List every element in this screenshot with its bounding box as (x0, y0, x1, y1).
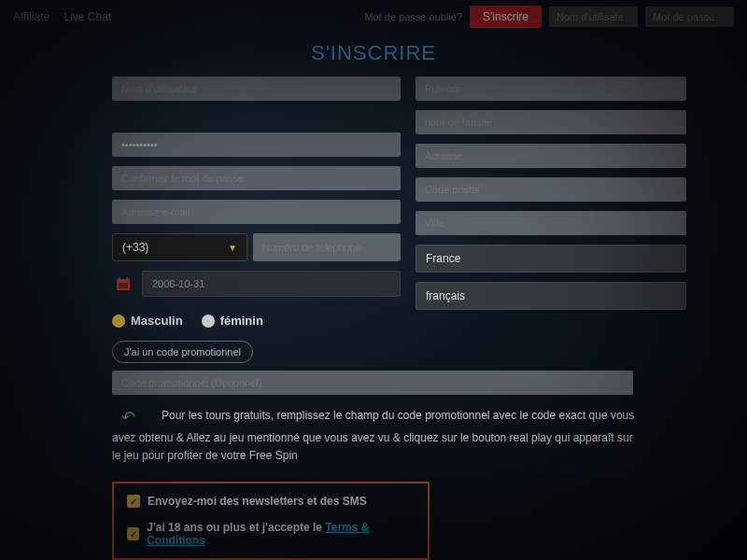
address-field[interactable] (416, 144, 686, 168)
language-select[interactable]: français (416, 282, 686, 310)
chevron-down-icon: ▼ (228, 243, 237, 253)
radio-dot-icon (112, 315, 125, 328)
zip-field[interactable] (416, 177, 686, 202)
dob-field[interactable] (142, 271, 401, 297)
phone-number-field[interactable] (253, 233, 401, 261)
forgot-password-link[interactable]: Mot de passe oublié? (364, 11, 462, 22)
lastname-field[interactable] (416, 110, 686, 134)
firstname-field[interactable] (416, 77, 686, 101)
city-field[interactable] (416, 211, 686, 235)
username-input-top[interactable] (549, 7, 638, 27)
page-title: S'INSCRIRE (0, 41, 747, 65)
newsletter-checkbox[interactable]: ✓ (127, 495, 140, 508)
consent-box: ✓ Envoyez-moi des newsletters et des SMS… (112, 482, 430, 560)
phone-code-value: (+33) (122, 241, 148, 254)
gender-male-label: Masculin (131, 314, 183, 328)
promo-code-toggle[interactable]: J'ai un code promotionnel (112, 341, 253, 363)
live-chat-link[interactable]: Live Chat (63, 10, 111, 23)
newsletter-label: Envoyez-moi des newsletters et des SMS (148, 495, 367, 508)
promo-code-field[interactable] (112, 371, 633, 395)
password-field[interactable] (112, 133, 401, 157)
age-checkbox[interactable]: ✓ (127, 527, 139, 540)
confirm-password-field[interactable] (112, 166, 401, 190)
gender-female-label: féminin (220, 314, 263, 328)
password-input-top[interactable] (645, 7, 734, 27)
gender-male-radio[interactable]: Masculin (112, 314, 183, 328)
email-field[interactable] (112, 200, 401, 224)
affiliate-link[interactable]: Affiliate (13, 10, 49, 23)
signup-button[interactable]: S'inscrire (470, 6, 542, 28)
svg-rect-1 (119, 277, 120, 280)
svg-rect-2 (126, 277, 128, 280)
country-select[interactable]: France (416, 245, 686, 273)
arrow-up-icon: ↶ (121, 404, 135, 431)
promo-hint: ↶Pour les tours gratuits, remplissez le … (112, 402, 635, 465)
svg-rect-3 (119, 283, 128, 288)
calendar-icon (112, 273, 134, 295)
phone-code-select[interactable]: (+33) ▼ (112, 233, 247, 261)
username-field[interactable] (112, 77, 401, 101)
age-label: J'ai 18 ans ou plus et j'accepte le Term… (147, 521, 415, 547)
radio-dot-icon (202, 315, 215, 328)
gender-female-radio[interactable]: féminin (202, 314, 263, 328)
